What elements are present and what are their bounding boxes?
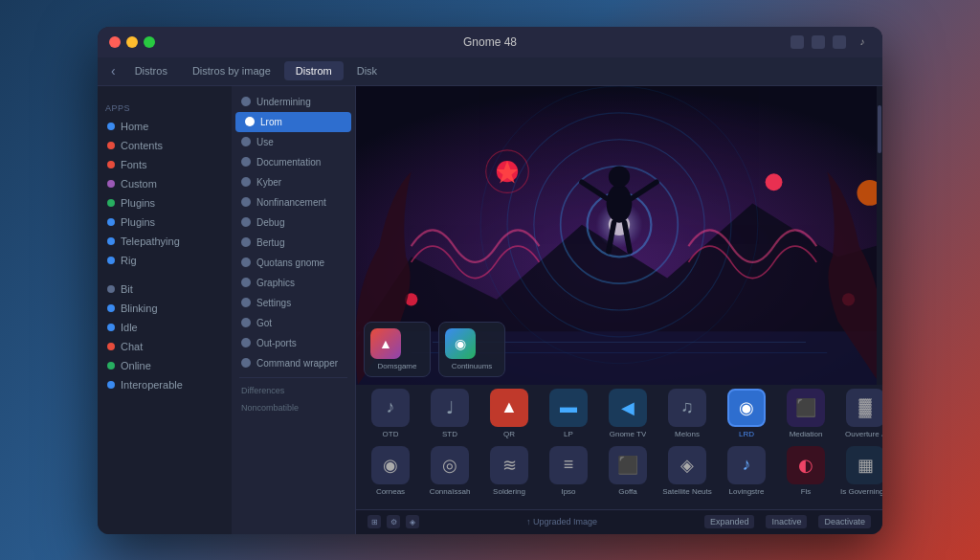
sidebar-item-plugins[interactable]: Plugins: [98, 193, 232, 213]
sidebar-contents-label: Contents: [121, 140, 163, 151]
submenu-nonfinancement-label: Nonfinancement: [256, 197, 326, 208]
tab-distros-by-image[interactable]: Distros by image: [181, 61, 282, 80]
interoperable-icon: [107, 381, 115, 389]
app-ouverture-icon: ▓: [846, 389, 882, 427]
submenu-item-graphics[interactable]: Graphics: [232, 273, 355, 293]
app-gnome-tv[interactable]: ◀ Gnome TV: [601, 389, 655, 438]
sidebar-chat-label: Chat: [121, 341, 143, 352]
sidebar-home-label: Home: [121, 121, 148, 132]
statusbar-expanded-btn[interactable]: Expanded: [704, 515, 755, 528]
sidebar-bit-label: Bit: [121, 283, 133, 295]
domsgame-panel[interactable]: ▲ Domsgame: [364, 322, 431, 377]
submenu-item-debug[interactable]: Debug: [232, 213, 355, 233]
app-is-governing[interactable]: ▦ Is Governing...: [838, 446, 882, 496]
submenu-footer-differences[interactable]: Differences: [232, 382, 355, 399]
app-goffa[interactable]: ⬛ Goffa: [601, 446, 655, 496]
app-connaisash-label: Connaîssah: [430, 487, 471, 496]
submenu-item-use[interactable]: Use: [232, 132, 355, 152]
submenu-item-quotans[interactable]: Quotans gnome: [232, 253, 355, 273]
app-connaisash[interactable]: ◎ Connaîssah: [423, 446, 477, 496]
continuums-panel[interactable]: ◉ Continuums: [438, 322, 505, 377]
sidebar-item-custom[interactable]: Custom: [98, 174, 232, 193]
sidebar-item-online[interactable]: Online: [98, 356, 232, 375]
kyber-icon: [241, 177, 251, 187]
sidebar-item-idle[interactable]: Idle: [98, 318, 232, 337]
settings-icon: [241, 298, 251, 307]
submenu-item-bertug[interactable]: Bertug: [232, 233, 355, 253]
statusbar: ⊞ ⚙ ◈ ↑ Upgraded Image Expanded Inactive…: [356, 509, 882, 534]
app-lovingstre[interactable]: ♪ Lovingstre: [720, 446, 773, 496]
app-lrd[interactable]: ◉ LRD: [720, 389, 773, 438]
sidebar-item-plugins2[interactable]: Plugins: [98, 213, 232, 232]
submenu-got-label: Got: [256, 318, 272, 328]
app-std[interactable]: ♩ STD: [423, 389, 477, 438]
statusbar-deactivate-btn[interactable]: Deactivate: [818, 515, 871, 528]
submenu-item-settings[interactable]: Settings: [232, 293, 355, 313]
sidebar-online-label: Online: [121, 360, 151, 371]
hero-scrollbar[interactable]: [877, 86, 882, 385]
sidebar-item-chat[interactable]: Chat: [98, 337, 232, 356]
sidebar-idle-label: Idle: [121, 322, 138, 333]
submenu-item-undermining[interactable]: Undermining: [232, 92, 355, 112]
app-ouverture[interactable]: ▓ Ouverture J: [838, 389, 882, 438]
sidebar-item-fonts[interactable]: Fonts: [98, 155, 232, 174]
tab-distrom[interactable]: Distrom: [284, 61, 344, 80]
submenu-item-lrom[interactable]: Lrom: [235, 112, 351, 132]
sidebar-item-rig[interactable]: Rig: [98, 251, 232, 270]
app-satellite-icon: ◈: [668, 446, 706, 484]
sidebar-rig-label: Rig: [121, 255, 137, 266]
tab-disk[interactable]: Disk: [345, 61, 389, 80]
app-soldering[interactable]: ≋ Soldering: [482, 446, 536, 496]
app-melons[interactable]: ♫ Melons: [660, 389, 714, 438]
submenu-item-kyber[interactable]: Kyber: [232, 172, 355, 192]
statusbar-right: Expanded Inactive Deactivate: [704, 515, 871, 528]
sidebar-item-telepathying[interactable]: Telepathying: [98, 232, 232, 251]
app-melons-label: Melons: [675, 430, 700, 438]
app-mediation[interactable]: ⬛ Mediation: [779, 389, 833, 438]
hero-image: ▲ Domsgame ◉ Continuums: [356, 86, 882, 385]
submenu-debug-label: Debug: [256, 217, 284, 228]
titlebar-right-controls: ♪: [791, 35, 871, 49]
submenu-item-nonfinancement[interactable]: Nonfinancement: [232, 192, 355, 213]
maximize-dot[interactable]: [144, 36, 155, 48]
sidebar-item-blinking[interactable]: Blinking: [98, 299, 232, 318]
sidebar: APPS Home Contents Fonts Custom Plugins: [98, 86, 232, 534]
app-lp[interactable]: ▬ LP: [542, 389, 595, 438]
app-ipso[interactable]: ≡ Ipso: [542, 446, 595, 496]
sidebar-item-contents[interactable]: Contents: [98, 136, 232, 155]
minimize-dot[interactable]: [126, 36, 138, 48]
app-corneas[interactable]: ◉ Corneas: [364, 446, 417, 496]
app-is-governing-label: Is Governing...: [840, 487, 882, 496]
statusbar-icon-3[interactable]: ◈: [406, 515, 419, 528]
tab-distros[interactable]: Distros: [123, 61, 179, 80]
submenu-item-got[interactable]: Got: [232, 313, 355, 333]
app-qr[interactable]: ▲ QR: [482, 389, 536, 438]
app-is-governing-icon: ▦: [846, 446, 882, 484]
app-connaisash-icon: ◎: [431, 446, 469, 484]
close-dot[interactable]: [109, 36, 121, 48]
app-qr-icon: ▲: [490, 389, 528, 427]
submenu-footer-noncombatible[interactable]: Noncombatible: [232, 399, 355, 416]
statusbar-inactive-btn[interactable]: Inactive: [766, 515, 807, 528]
submenu-item-out-ports[interactable]: Out-ports: [232, 333, 355, 353]
titlebar-btn-1[interactable]: [791, 35, 804, 49]
titlebar-btn-3[interactable]: [833, 35, 846, 49]
app-ipso-icon: ≡: [549, 446, 588, 484]
domsgame-icon: ▲: [370, 328, 401, 359]
command-wrapper-icon: [241, 358, 251, 368]
titlebar-btn-2[interactable]: [812, 35, 825, 49]
submenu: Undermining Lrom Use Documentation Kyber: [232, 86, 356, 534]
app-otd[interactable]: ♪ OTD: [364, 389, 417, 438]
submenu-item-command-wrapper[interactable]: Command wrapper: [232, 353, 355, 373]
sidebar-item-bit[interactable]: Bit: [98, 280, 232, 299]
statusbar-icon-2[interactable]: ⚙: [387, 515, 400, 528]
app-satellite[interactable]: ◈ Satellite Neuts: [660, 446, 714, 496]
sidebar-item-interoperable[interactable]: Interoperable: [98, 375, 232, 394]
submenu-item-documentation[interactable]: Documentation: [232, 152, 355, 172]
sound-icon[interactable]: ♪: [854, 35, 871, 49]
sidebar-item-home[interactable]: Home: [98, 117, 232, 136]
app-fls[interactable]: ◐ Fls: [779, 446, 833, 496]
back-button[interactable]: ‹: [105, 61, 122, 80]
app-mediation-label: Mediation: [790, 430, 823, 438]
statusbar-icon-1[interactable]: ⊞: [368, 515, 381, 528]
